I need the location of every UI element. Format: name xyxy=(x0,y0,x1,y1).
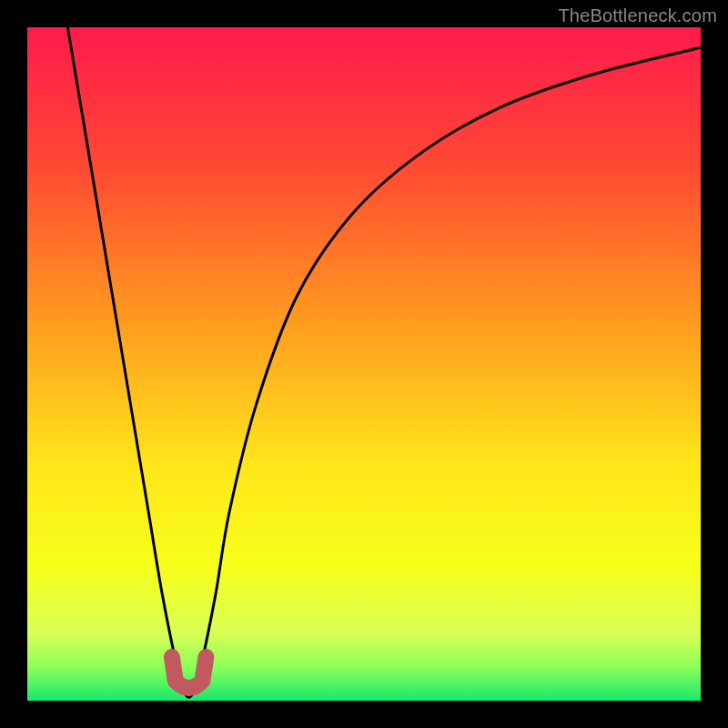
minimum-marker xyxy=(172,657,207,688)
plot-area xyxy=(27,27,701,701)
watermark-text: TheBottleneck.com xyxy=(558,5,717,26)
bottleneck-curve xyxy=(27,27,701,701)
chart-frame: TheBottleneck.com xyxy=(0,0,728,728)
curve-path xyxy=(67,27,701,697)
